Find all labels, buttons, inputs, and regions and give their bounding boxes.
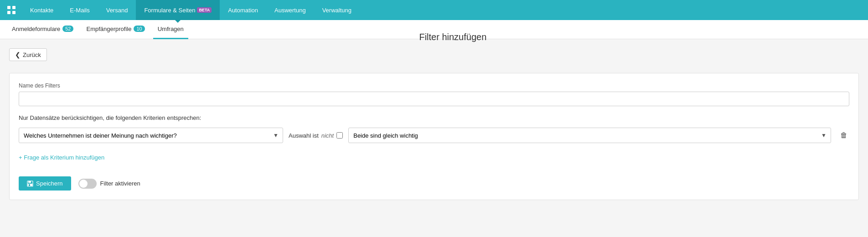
nav-item-verwaltung[interactable]: Verwaltung: [314, 0, 360, 20]
criteria-row: Welches Unternehmen ist deiner Meinung n…: [19, 128, 849, 143]
auswahl-group: Auswahl ist nicht: [289, 132, 343, 139]
save-button[interactable]: Speichern: [19, 176, 71, 191]
svg-rect-3: [12, 11, 16, 14]
nav-item-automation[interactable]: Automation: [220, 0, 266, 20]
grid-icon[interactable]: [5, 3, 18, 17]
subnav-item-label-umfragen: Umfragen: [158, 26, 184, 32]
nav-item-versand[interactable]: Versand: [98, 0, 136, 20]
bottom-bar: Speichern Filter aktivieren: [19, 176, 849, 191]
question-select-wrap: Welches Unternehmen ist deiner Meinung n…: [19, 128, 283, 143]
filter-name-label: Name des Filters: [19, 82, 849, 89]
save-button-label: Speichern: [36, 180, 63, 187]
filter-aktivieren-toggle-wrap: Filter aktivieren: [78, 179, 140, 189]
page-title: Filter hinzufügen: [47, 32, 859, 42]
save-icon: [27, 180, 33, 187]
beta-badge: BETA: [197, 7, 212, 13]
nav-item-emails[interactable]: E-Mails: [62, 0, 98, 20]
nav-item-formulare[interactable]: Formulare & SeitenBETA: [136, 0, 220, 20]
delete-criteria-icon[interactable]: 🗑: [838, 129, 849, 141]
nav-item-kontakte[interactable]: Kontakte: [22, 0, 62, 20]
subnav-badge-anmeldeformulare: 52: [62, 26, 73, 32]
svg-rect-0: [7, 6, 10, 9]
page-content: ❮ Zurück Filter hinzufügen Name des Filt…: [0, 39, 868, 235]
subnav-badge-empfaengerprofile: 10: [134, 26, 145, 32]
back-arrow-icon: ❮: [15, 51, 21, 58]
value-select[interactable]: Beide sind gleich wichtig: [348, 128, 831, 143]
auswahl-label: Auswahl ist: [289, 132, 319, 139]
svg-rect-7: [29, 184, 30, 186]
question-select[interactable]: Welches Unternehmen ist deiner Meinung n…: [19, 128, 283, 143]
top-navigation: KontakteE-MailsVersandFormulare & Seiten…: [0, 0, 868, 20]
subnav-item-label-anmeldeformulare: Anmeldeformulare: [12, 26, 60, 32]
back-button-label: Zurück: [23, 52, 41, 58]
nav-item-auswertung[interactable]: Auswertung: [266, 0, 314, 20]
criteria-text: Nur Datensätze berücksichtigen, die folg…: [19, 114, 849, 121]
filter-aktivieren-label: Filter aktivieren: [100, 180, 140, 187]
nicht-checkbox[interactable]: [336, 132, 343, 139]
toggle-slider: [78, 179, 97, 189]
filter-form-card: Name des Filters Nur Datensätze berücksi…: [9, 73, 859, 200]
subnav-item-label-empfaengerprofile: Empfängerprofile: [86, 26, 131, 32]
value-select-wrap: Beide sind gleich wichtig ▼: [348, 128, 831, 143]
filter-aktivieren-toggle[interactable]: [78, 179, 97, 189]
add-criteria-link[interactable]: + Frage als Kriterium hinzufügen: [19, 154, 104, 161]
back-button[interactable]: ❮ Zurück: [9, 48, 47, 61]
header-row: ❮ Zurück Filter hinzufügen: [9, 48, 859, 68]
svg-rect-1: [12, 6, 16, 9]
nicht-label: nicht: [321, 132, 334, 139]
filter-name-input[interactable]: [19, 92, 849, 106]
svg-rect-2: [7, 11, 10, 14]
svg-rect-5: [28, 181, 31, 183]
